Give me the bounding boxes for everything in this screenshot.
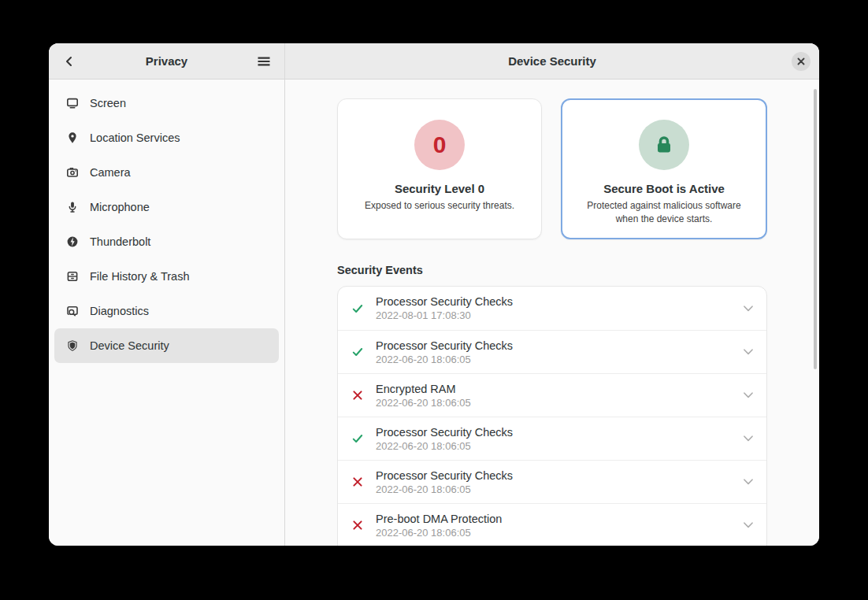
chevron-down-icon bbox=[744, 349, 753, 355]
chevron-left-icon bbox=[63, 55, 76, 68]
sidebar-headerbar: Privacy bbox=[49, 43, 284, 80]
security-level-card[interactable]: 0 Security Level 0 Exposed to serious se… bbox=[337, 98, 542, 239]
sidebar-item-location-services[interactable]: Location Services bbox=[54, 120, 279, 155]
content-headerbar: Device Security bbox=[285, 43, 819, 80]
secure-boot-title: Secure Boot is Active bbox=[603, 182, 725, 195]
sidebar-list: Screen Location Services Camera Micropho… bbox=[49, 80, 284, 369]
sidebar-item-label: Device Security bbox=[90, 339, 169, 352]
sidebar-item-file-history-and-trash[interactable]: File History & Trash bbox=[54, 259, 279, 294]
status-cards-row: 0 Security Level 0 Exposed to serious se… bbox=[337, 98, 767, 239]
secure-boot-badge bbox=[639, 120, 689, 170]
sidebar-item-label: Camera bbox=[90, 166, 131, 179]
security-level-subtitle: Exposed to serious security threats. bbox=[343, 199, 536, 213]
event-timestamp: 2022-06-20 18:06:05 bbox=[376, 354, 513, 365]
security-level-badge: 0 bbox=[414, 120, 465, 170]
check-icon bbox=[351, 432, 364, 445]
sidebar-item-label: Microphone bbox=[90, 201, 150, 213]
cross-icon bbox=[351, 476, 364, 488]
security-event-row[interactable]: Processor Security Checks 2022-08-01 17:… bbox=[338, 287, 766, 330]
event-timestamp: 2022-06-20 18:06:05 bbox=[376, 527, 502, 539]
secure-boot-subtitle: Protected against malicious software whe… bbox=[562, 199, 766, 226]
event-timestamp: 2022-08-01 17:08:30 bbox=[376, 309, 513, 321]
security-event-row[interactable]: Pre-boot DMA Protection 2022-06-20 18:06… bbox=[338, 503, 766, 546]
security-level-title: Security Level 0 bbox=[395, 182, 484, 195]
hamburger-menu-icon bbox=[257, 55, 271, 68]
camera-icon bbox=[66, 166, 79, 179]
sidebar: Privacy Screen Location Services Camera … bbox=[49, 43, 285, 546]
content-scroll-area: 0 Security Level 0 Exposed to serious se… bbox=[285, 80, 819, 546]
event-title: Processor Security Checks bbox=[376, 295, 513, 308]
event-title: Processor Security Checks bbox=[376, 469, 513, 482]
location-icon bbox=[66, 131, 79, 144]
event-title: Encrypted RAM bbox=[376, 383, 471, 395]
sidebar-item-microphone[interactable]: Microphone bbox=[54, 190, 279, 224]
diagnostics-icon bbox=[66, 305, 79, 317]
sidebar-item-device-security[interactable]: Device Security bbox=[54, 328, 279, 363]
scrollbar-thumb[interactable] bbox=[814, 89, 817, 369]
menu-button[interactable] bbox=[251, 49, 276, 74]
sidebar-item-thunderbolt[interactable]: Thunderbolt bbox=[54, 224, 279, 259]
sidebar-title: Privacy bbox=[146, 54, 187, 68]
check-icon bbox=[351, 302, 364, 315]
chevron-down-icon bbox=[744, 435, 753, 442]
settings-window: Privacy Screen Location Services Camera … bbox=[49, 43, 819, 546]
close-icon bbox=[797, 57, 805, 65]
event-title: Pre-boot DMA Protection bbox=[376, 513, 502, 525]
event-timestamp: 2022-06-20 18:06:05 bbox=[376, 440, 513, 452]
security-level-number: 0 bbox=[433, 133, 447, 157]
file-history-icon bbox=[66, 270, 79, 283]
sidebar-item-diagnostics[interactable]: Diagnostics bbox=[54, 294, 279, 328]
event-title: Processor Security Checks bbox=[376, 426, 513, 439]
sidebar-item-label: Diagnostics bbox=[90, 305, 149, 317]
back-button[interactable] bbox=[57, 49, 82, 74]
cross-icon bbox=[351, 389, 364, 402]
chevron-down-icon bbox=[744, 479, 753, 485]
security-event-row[interactable]: Processor Security Checks 2022-06-20 18:… bbox=[338, 460, 766, 503]
security-events-heading: Security Events bbox=[337, 264, 767, 276]
security-event-row[interactable]: Encrypted RAM 2022-06-20 18:06:05 bbox=[338, 373, 766, 417]
microphone-icon bbox=[66, 201, 79, 213]
shield-icon bbox=[66, 339, 79, 352]
chevron-down-icon bbox=[744, 306, 753, 312]
event-timestamp: 2022-06-20 18:06:05 bbox=[376, 397, 471, 409]
sidebar-item-label: Location Services bbox=[90, 131, 180, 144]
page-title: Device Security bbox=[508, 54, 596, 68]
security-event-row[interactable]: Processor Security Checks 2022-06-20 18:… bbox=[338, 417, 766, 460]
chevron-down-icon bbox=[744, 392, 753, 398]
cross-icon bbox=[351, 519, 364, 531]
security-events-list: Processor Security Checks 2022-08-01 17:… bbox=[337, 286, 767, 546]
event-title: Processor Security Checks bbox=[376, 339, 513, 352]
sidebar-item-label: Screen bbox=[90, 97, 126, 109]
event-timestamp: 2022-06-20 18:06:05 bbox=[376, 483, 513, 495]
close-button[interactable] bbox=[792, 52, 811, 71]
content-pane: Device Security 0 Security Level 0 Expos… bbox=[285, 43, 819, 546]
sidebar-item-label: Thunderbolt bbox=[90, 235, 150, 248]
sidebar-item-camera[interactable]: Camera bbox=[54, 155, 279, 190]
thunderbolt-icon bbox=[66, 235, 79, 248]
screen-icon bbox=[66, 97, 79, 109]
chevron-down-icon bbox=[744, 522, 753, 528]
secure-boot-card[interactable]: Secure Boot is Active Protected against … bbox=[561, 98, 767, 239]
lock-icon bbox=[653, 134, 675, 156]
sidebar-item-screen[interactable]: Screen bbox=[54, 86, 279, 120]
security-event-row[interactable]: Processor Security Checks 2022-06-20 18:… bbox=[338, 330, 766, 373]
sidebar-item-label: File History & Trash bbox=[90, 270, 190, 283]
check-icon bbox=[351, 346, 364, 358]
